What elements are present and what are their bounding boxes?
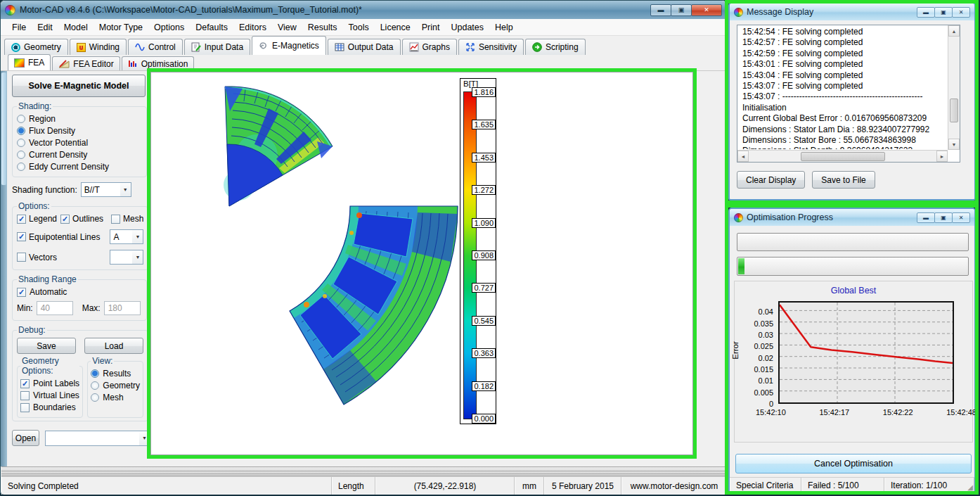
scroll-up-icon[interactable]: ▲ [948, 25, 960, 37]
menu-item[interactable]: Defaults [190, 20, 233, 34]
radio-results[interactable]: Results [91, 369, 140, 379]
cancel-optimisation-button[interactable]: Cancel Optimisation [735, 454, 972, 473]
scrollbar-thumb[interactable] [1, 72, 6, 185]
menu-item[interactable]: Updates [445, 20, 489, 34]
mesh-checkbox[interactable]: Mesh [111, 214, 143, 224]
subtab-fea[interactable]: FEA [8, 54, 51, 70]
tab-label: Output Data [348, 42, 394, 52]
fea-result-canvas[interactable]: B[T] 1.8161.6351.4531.2721.0900.9080.727… [150, 72, 693, 455]
menu-item[interactable]: Editors [233, 20, 272, 34]
log-hscrollbar[interactable]: ◄ ► [737, 150, 948, 162]
app-icon [734, 8, 743, 17]
main-titlebar[interactable]: Motor-CAD v8.4.6 (C:\Workspace\Motor-CAD… [1, 1, 726, 19]
tab-scripting[interactable]: Scripting [525, 39, 586, 55]
scroll-down-icon[interactable]: ▼ [948, 139, 960, 150]
boundaries-checkbox[interactable]: Boundaries [20, 402, 79, 412]
clear-display-button[interactable]: Clear Display [737, 171, 805, 189]
minimize-icon[interactable]: ▬ [917, 212, 935, 223]
maximize-icon[interactable]: ▣ [934, 7, 953, 18]
menu-item[interactable]: Results [302, 20, 343, 34]
options-group: Options: ✓Legend ✓Outlines Mesh ✓Equipot… [12, 201, 148, 270]
vectors-checkbox[interactable]: Vectors [17, 253, 106, 262]
close-icon[interactable]: ✕ [952, 7, 970, 18]
menu-item[interactable]: Model [58, 20, 94, 34]
radio-selected-icon [17, 127, 25, 135]
log-line: Dimensions : Stator Lam Dia : 88.9234007… [742, 125, 947, 135]
tab-sensitivity[interactable]: Sensitivity [458, 39, 524, 55]
chevron-down-icon: ▼ [132, 250, 143, 264]
checkbox-icon [20, 403, 30, 412]
save-to-file-button[interactable]: Save to File [812, 171, 875, 189]
close-icon[interactable]: ✕ [952, 212, 970, 223]
menu-item[interactable]: Motor Type [94, 20, 148, 34]
tab-output-data[interactable]: Output Data [328, 39, 401, 55]
subtab-fea-editor[interactable]: FEA Editor [52, 56, 120, 70]
vectors-select[interactable]: ▼ [110, 250, 143, 265]
message-log-list[interactable]: 15:42:54 : FE solving completed15:42:57 … [737, 25, 960, 163]
log-line: Dimensions : Slot Depth : 9.369684042176… [742, 146, 947, 149]
menu-item[interactable]: Tools [342, 20, 374, 34]
chart-title: Global Best [735, 286, 972, 295]
tab-winding[interactable]: Winding [70, 39, 127, 55]
legend-checkbox[interactable]: ✓Legend [17, 214, 57, 224]
min-field[interactable]: 40 [37, 301, 73, 315]
menu-item[interactable]: Options [148, 20, 190, 34]
equipotential-select[interactable]: A▼ [110, 229, 143, 244]
menu-item[interactable]: Edit [32, 20, 58, 34]
scrollbar-thumb[interactable] [950, 98, 958, 122]
tab-geometry[interactable]: Geometry [4, 39, 68, 55]
canvas-hscrollbar[interactable] [1, 466, 727, 476]
menu-item[interactable]: Print [416, 20, 446, 34]
optimisation-titlebar[interactable]: Optimisation Progress ▬ ▣ ✕ [730, 209, 974, 226]
tab-input-data[interactable]: Input Data [184, 39, 250, 55]
close-icon[interactable]: ✕ [691, 4, 722, 16]
radio-current-density[interactable]: Current Density [17, 150, 142, 160]
e-magnetics-icon [259, 41, 269, 51]
automatic-checkbox[interactable]: ✓Automatic [17, 287, 142, 297]
radio-eddy-current-density[interactable]: Eddy Current Density [17, 162, 142, 172]
sidebar-scrollbar[interactable] [1, 71, 7, 466]
load-button[interactable]: Load [84, 338, 143, 354]
maximize-icon[interactable]: ▣ [671, 4, 692, 16]
tab-label: Input Data [205, 42, 243, 52]
menu-item[interactable]: View [272, 20, 302, 34]
tab-graphs[interactable]: Graphs [402, 39, 457, 55]
tab-control[interactable]: Control [128, 39, 183, 55]
solve-e-magnetic-model-button[interactable]: Solve E-Magnetic Model [12, 75, 146, 97]
tab-e-magnetics[interactable]: E-Magnetics [252, 36, 326, 55]
scrollbar-thumb[interactable] [801, 152, 885, 161]
virtual-lines-checkbox[interactable]: Virtual Lines [20, 390, 79, 400]
open-button[interactable]: Open [12, 430, 39, 446]
global-best-chart: Global Best Error 0.040.0350.030.0250.02… [734, 281, 973, 443]
menu-item[interactable]: Help [489, 20, 519, 34]
log-line: 15:42:57 : FE solving completed [742, 37, 947, 48]
legend-tick: 1.816 [472, 87, 496, 97]
open-combo[interactable]: ▼ [45, 431, 150, 446]
equipotential-lines-checkbox[interactable]: ✓Equipotential Lines [17, 232, 106, 242]
log-vscrollbar[interactable]: ▲ ▼ [948, 25, 960, 150]
scroll-right-icon[interactable]: ► [936, 151, 948, 162]
message-display-titlebar[interactable]: Message Display ▬ ▣ ✕ [730, 4, 974, 20]
menu-item[interactable]: Licence [375, 20, 416, 34]
point-labels-checkbox[interactable]: ✓Point Labels [20, 379, 79, 388]
shading-function-select[interactable]: B//T▼ [81, 182, 131, 197]
minimize-icon[interactable]: ▬ [917, 7, 935, 18]
radio-icon [17, 139, 25, 147]
x-axis-ticks: 15:42:1015:42:1715:42:2215:42:48 [756, 408, 976, 416]
minimize-icon[interactable]: ▬ [650, 4, 671, 16]
legend-ticks: 1.8161.6351.4531.2721.0900.9080.7270.545… [470, 87, 496, 424]
scroll-left-icon[interactable]: ◄ [737, 151, 749, 162]
save-button[interactable]: Save [17, 338, 76, 354]
outlines-checkbox[interactable]: ✓Outlines [60, 214, 103, 224]
radio-mesh[interactable]: Mesh [91, 393, 140, 402]
radio-flux-density[interactable]: Flux Density [17, 126, 142, 136]
radio-region[interactable]: Region [17, 114, 142, 124]
menu-item[interactable]: File [6, 20, 32, 34]
radio-geometry[interactable]: Geometry [91, 381, 140, 390]
resize-grip-icon[interactable]: ◢ [967, 483, 973, 491]
max-field[interactable]: 180 [104, 301, 141, 315]
radio-vector-potential[interactable]: Vector Potential [17, 138, 142, 148]
maximize-icon[interactable]: ▣ [934, 212, 953, 223]
subtab-optimisation[interactable]: Optimisation [122, 56, 195, 70]
log-line: Initialisation [742, 103, 947, 113]
